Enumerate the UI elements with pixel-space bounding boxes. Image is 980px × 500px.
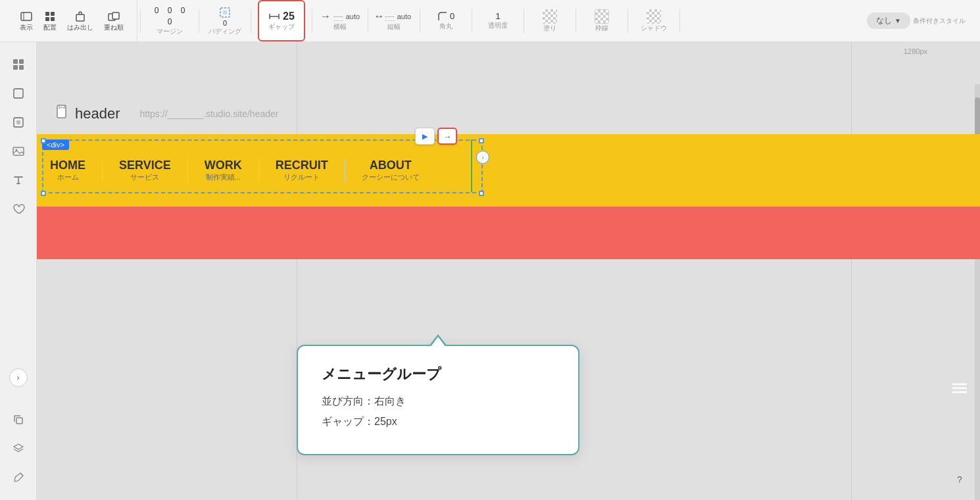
tab-zindex[interactable]: 重ね順: [99, 10, 129, 32]
nav-item-service[interactable]: SERVICE サービス: [119, 159, 171, 182]
border-group[interactable]: 枠線: [579, 0, 625, 41]
green-line-indicator: [471, 139, 472, 192]
nav-divider-1: [102, 159, 103, 182]
tooltip-arrow-inner: [430, 337, 446, 347]
sel-handle-tr[interactable]: [479, 138, 484, 143]
tab-overflow-label: はみ出し: [67, 23, 93, 32]
nav-item-work[interactable]: WORK 制作実績...: [205, 159, 242, 182]
help-button[interactable]: ?: [950, 470, 969, 489]
svg-rect-4: [45, 17, 49, 21]
tooltip-row2-value: 25px: [374, 416, 397, 427]
display-icon: [20, 10, 33, 23]
separator-5: [368, 9, 368, 33]
svg-rect-16: [13, 65, 18, 70]
svg-rect-15: [19, 59, 24, 64]
page-icon: [57, 105, 68, 122]
sidebar-icon-box[interactable]: [7, 111, 30, 134]
tab-display[interactable]: 表示: [14, 10, 38, 32]
sidebar-icon-layers[interactable]: [7, 437, 30, 461]
svg-rect-3: [51, 12, 55, 16]
height-arrow-icon: ↕: [374, 14, 385, 19]
float-play-button[interactable]: ▶: [415, 128, 435, 145]
sel-handle-bl[interactable]: [41, 191, 46, 196]
conditional-button[interactable]: なし ▼: [867, 12, 910, 29]
page-title: header: [75, 105, 120, 122]
shadow-label: シャドウ: [641, 24, 667, 33]
sel-handle-tl[interactable]: [41, 138, 46, 143]
tooltip-row1-value: 右向き: [374, 395, 406, 407]
gap-icon: [268, 11, 280, 22]
float-buttons: ▶ →: [415, 128, 457, 145]
nav-item-about[interactable]: ABOUT クーシーについて: [362, 159, 420, 182]
separator-1: [140, 9, 141, 33]
tab-layout[interactable]: 配置: [38, 10, 62, 32]
padding-group[interactable]: 0 パディング: [202, 0, 248, 41]
website-red-section[interactable]: [37, 207, 980, 259]
tooltip-row2-label: ギャップ：: [322, 416, 374, 427]
ruler-value: 1280px: [904, 47, 927, 55]
sel-handle-br[interactable]: [479, 191, 484, 196]
conditional-value: なし: [876, 15, 892, 26]
svg-rect-2: [45, 12, 49, 16]
conditional-label: 条件付きスタイル: [913, 16, 966, 26]
sidebar-icon-copy[interactable]: [7, 408, 30, 432]
tab-display-label: 表示: [20, 23, 33, 32]
height-label: 縦幅: [387, 22, 401, 32]
sidebar-icon-text[interactable]: [7, 168, 30, 192]
nav-item-home-jp: ホーム: [57, 172, 79, 182]
nav-item-home-en: HOME: [50, 159, 86, 172]
help-icon: ?: [957, 474, 962, 485]
opacity-group[interactable]: 1 透明度: [475, 0, 521, 41]
play-icon: ▶: [422, 132, 428, 141]
padding-label: パディング: [208, 27, 241, 36]
margin-group[interactable]: 0 0 0 0 マージン: [143, 0, 196, 41]
nav-divider-4: [345, 159, 345, 182]
shadow-group[interactable]: シャドウ: [631, 0, 677, 41]
layout-icon: [43, 10, 57, 23]
margin-bottom-value: 0: [163, 16, 176, 28]
float-arrow-button[interactable]: →: [437, 128, 457, 145]
sidebar-icon-edit[interactable]: [7, 466, 30, 489]
sidebar-expand-button[interactable]: ›: [9, 368, 28, 387]
svg-rect-23: [16, 418, 22, 424]
tooltip-row-gap: ギャップ：25px: [322, 415, 554, 429]
fill-group[interactable]: 塗り: [527, 0, 573, 41]
sidebar-icon-grid[interactable]: [7, 53, 30, 76]
page-url: https://_______.studio.site/header: [140, 109, 279, 119]
separator-2: [199, 9, 199, 33]
gap-value: 25: [283, 11, 295, 22]
canvas-area: 1280px header https://_______.studio.sit…: [37, 42, 980, 500]
conditional-group: なし ▼ 条件付きスタイル: [683, 12, 973, 29]
corner-group[interactable]: 0 角丸: [423, 0, 469, 41]
svg-line-24: [20, 473, 23, 476]
sidebar-icon-rect[interactable]: [7, 82, 30, 105]
gap-group[interactable]: 25 ギャップ: [258, 0, 305, 41]
sidebar-icon-image[interactable]: [7, 139, 30, 163]
border-label: 枠線: [595, 24, 608, 33]
website-header[interactable]: HOME ホーム SERVICE サービス WORK 制作実績... RECRU…: [37, 134, 980, 207]
nav-item-home[interactable]: HOME ホーム: [50, 159, 86, 182]
hamburger-icon[interactable]: [952, 383, 967, 397]
overflow-icon: [74, 10, 87, 23]
nav-item-work-en: WORK: [205, 159, 242, 172]
toolbar: 表示 配置 はみ出し 重ね順 0 0 0 0 マージン: [0, 0, 980, 42]
separator-8: [524, 9, 524, 33]
nav-item-recruit[interactable]: RECRUIT リクルート: [276, 159, 328, 182]
chevron-right-icon: ›: [17, 373, 20, 382]
separator-4: [312, 9, 312, 33]
toolbar-tab-group: 表示 配置 はみ出し 重ね順: [7, 0, 137, 41]
separator-11: [679, 9, 680, 33]
height-group[interactable]: ↕ ---- auto 縦幅: [371, 0, 417, 41]
corner-label: 角丸: [439, 22, 453, 31]
shadow-swatch: [647, 9, 661, 24]
tooltip-popup: メニューグループ 並び方向：右向き ギャップ：25px: [297, 345, 579, 455]
direction-dash: ----: [333, 12, 343, 21]
fill-label: 塗り: [543, 24, 556, 33]
div-badge: <div>: [42, 139, 69, 150]
expand-handle[interactable]: ›: [476, 151, 489, 164]
direction-group[interactable]: → ---- auto 横幅: [315, 0, 365, 41]
gap-label: ギャップ: [268, 22, 295, 32]
tab-overflow[interactable]: はみ出し: [62, 10, 99, 32]
opacity-value: 1: [495, 11, 500, 21]
sidebar-icon-heart[interactable]: [7, 197, 30, 221]
